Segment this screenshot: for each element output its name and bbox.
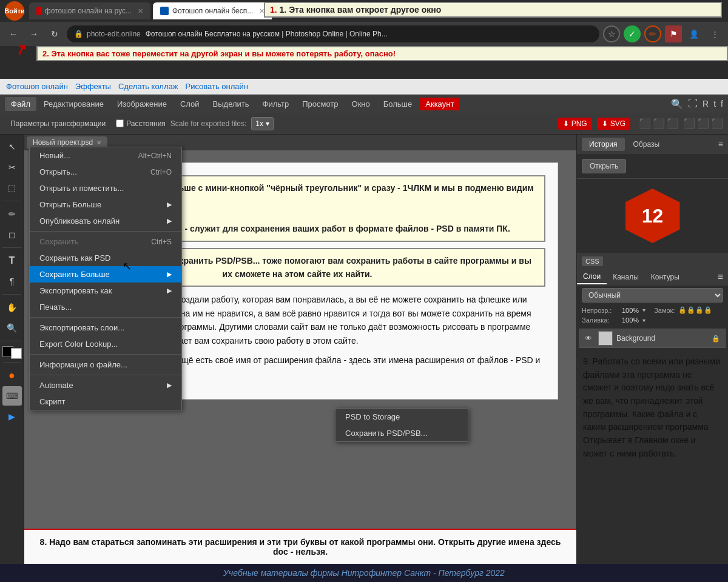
site-nav-draw[interactable]: Рисовать онлайн (185, 82, 248, 91)
css-tab[interactable]: CSS (582, 256, 603, 266)
site-nav-photoshop[interactable]: Фотошоп онлайн (6, 82, 68, 91)
menu-export-layers-label: Экспортировать слои... (39, 323, 124, 332)
menu-item-open[interactable]: Открыть... Ctrl+O (30, 164, 181, 180)
back-button[interactable]: ← (5, 25, 22, 42)
scale-dropdown[interactable]: 1x ▾ (251, 117, 274, 130)
export-svg-btn[interactable]: ⬇ SVG (597, 118, 630, 130)
menu-layer[interactable]: Слой (174, 97, 206, 111)
forward-button[interactable]: → (25, 25, 42, 42)
profile-menu-button[interactable]: 👤 (686, 25, 703, 42)
menu-image[interactable]: Изображение (111, 97, 173, 111)
panel-menu-icon[interactable]: ≡ (718, 139, 723, 149)
edit-button[interactable]: ✏ (644, 25, 661, 42)
menu-filter[interactable]: Фильтр (257, 97, 295, 111)
tool-text[interactable]: T (2, 251, 22, 270)
align-right-icon[interactable]: ⬛ (667, 118, 679, 129)
site-nav-collage[interactable]: Сделать коллаж (118, 82, 178, 91)
menu-select[interactable]: Выделить (207, 97, 255, 111)
doc-tab-close[interactable]: ✕ (96, 139, 101, 146)
menu-item-publish[interactable]: Опубликовать онлайн ▶ (30, 213, 181, 229)
settings-button[interactable]: ⋮ (706, 25, 723, 42)
menu-sep-2 (30, 317, 181, 318)
tab-yandex[interactable]: фотошоп онлайн на рус... ✕ (29, 2, 150, 19)
menu-account[interactable]: Аккаунт (419, 98, 460, 110)
tab-history[interactable]: История (582, 138, 625, 151)
tool-extra1[interactable]: ● (2, 366, 22, 385)
menu-automate-label: Automate (39, 381, 73, 390)
tool-zoom[interactable]: 🔍 (2, 318, 22, 338)
submenu-item-psd-storage[interactable]: PSD to Storage (335, 409, 468, 425)
align-left-icon[interactable]: ⬛ (639, 118, 651, 129)
menu-item-save-more[interactable]: Сохранить Больше ▶ (30, 266, 181, 283)
tool-brush[interactable]: ✏ (2, 204, 22, 224)
menu-item-print[interactable]: Печать... (30, 299, 181, 315)
submenu-item-save-psb[interactable]: Сохранить PSD/PSB... (335, 425, 468, 441)
search-icon[interactable]: 🔍 (671, 98, 683, 110)
menu-edit[interactable]: Редактирование (38, 97, 110, 111)
menu-more[interactable]: Больше (377, 97, 419, 111)
annotation-1-box: 1. 1. Эта кнопка вам откроет другое окно (264, 2, 722, 18)
menu-item-export[interactable]: Экспортировать как ▶ (30, 283, 181, 299)
tab-images[interactable]: Образы (626, 138, 667, 151)
menu-item-export-layers[interactable]: Экспортировать слои... (30, 319, 181, 336)
layers-tab[interactable]: Слои (577, 270, 607, 284)
menu-save-more-arrow: ▶ (167, 270, 172, 278)
channels-tab[interactable]: Каналы (607, 270, 645, 284)
menu-item-save-psd[interactable]: Сохранить как PSD (30, 250, 181, 266)
menu-item-script[interactable]: Скрипт (30, 393, 181, 410)
profile-icon[interactable]: Войти (5, 1, 24, 21)
site-nav-effects[interactable]: Эффекты (75, 82, 111, 91)
tab1-close[interactable]: ✕ (138, 7, 143, 15)
tab-photoshop[interactable]: Фотошоп онлайн бесп... ✕ (153, 2, 272, 19)
tool-sep3 (2, 294, 21, 295)
reddit-icon[interactable]: R (703, 99, 709, 109)
distribute-icon[interactable]: ⬛ (683, 118, 695, 129)
extension-button[interactable]: ⚑ (665, 25, 682, 42)
menu-open-more-arrow: ▶ (167, 201, 172, 209)
layer-item-background[interactable]: 👁 Background 🔒 (579, 329, 726, 348)
distance-checkbox[interactable] (116, 119, 124, 127)
browser-actions: ☆ ✓ ✏ ⚑ 👤 ⋮ (603, 25, 723, 42)
verified-button[interactable]: ✓ (624, 25, 641, 42)
tool-marquee[interactable]: ⬚ (2, 178, 22, 198)
open-button[interactable]: Открыть (582, 159, 626, 173)
facebook-icon[interactable]: f (721, 99, 723, 109)
menu-item-automate[interactable]: Automate ▶ (30, 377, 181, 393)
transform-tool-btn[interactable]: Параметры трансформации (5, 117, 111, 130)
align-tools: ⬛ ⬛ ⬛ ⬛ ⬛ ⬛ (639, 118, 723, 129)
tool-eraser[interactable]: ◻ (2, 225, 22, 244)
tool-crop[interactable]: ✂ (2, 158, 22, 177)
align-center-icon[interactable]: ⬛ (653, 118, 665, 129)
distribute3-icon[interactable]: ⬛ (711, 118, 723, 129)
menu-item-open-place[interactable]: Открыть и поместить... (30, 180, 181, 196)
opacity-dropdown[interactable]: ▾ (642, 307, 645, 313)
blend-mode-select[interactable]: Обычный (582, 288, 723, 303)
layers-menu-btn[interactable]: ≡ (713, 269, 728, 285)
badge-number: 12 (642, 205, 664, 227)
twitter-icon[interactable]: t (713, 99, 716, 109)
menu-item-new[interactable]: Новый... Alt+Ctrl+N (30, 147, 181, 164)
menu-window[interactable]: Окно (346, 97, 376, 111)
tool-hand[interactable]: ✋ (2, 298, 22, 317)
fill-dropdown[interactable]: ▾ (642, 317, 645, 324)
background-color[interactable] (11, 348, 22, 359)
tool-paragraph[interactable]: ¶ (2, 272, 22, 291)
paths-tab[interactable]: Контуры (645, 270, 686, 284)
tool-select[interactable]: ↖ (2, 137, 22, 156)
menu-view[interactable]: Просмотр (296, 97, 344, 111)
hex-container: 12 (577, 179, 728, 253)
tool-extra2[interactable]: ⌨ (2, 386, 22, 406)
distribute2-icon[interactable]: ⬛ (697, 118, 709, 129)
blend-row: Обычный (577, 286, 728, 305)
fullscreen-icon[interactable]: ⛶ (688, 98, 698, 109)
url-bar[interactable]: 🔒 photo-edit.online Фотошоп онлайн Беспл… (67, 25, 599, 42)
menu-item-open-more[interactable]: Открыть Больше ▶ (30, 196, 181, 213)
refresh-button[interactable]: ↻ (46, 25, 63, 42)
save-page-button[interactable]: ☆ (603, 25, 620, 42)
layer-visibility-icon[interactable]: 👁 (585, 334, 595, 343)
menu-file[interactable]: Файл (5, 97, 36, 111)
tool-arrow[interactable]: ▶ (2, 407, 22, 426)
export-png-btn[interactable]: ⬇ PNG (558, 118, 592, 130)
menu-item-file-info[interactable]: Информация о файле... (30, 356, 181, 373)
menu-item-color-lookup[interactable]: Export Color Lookup... (30, 336, 181, 352)
